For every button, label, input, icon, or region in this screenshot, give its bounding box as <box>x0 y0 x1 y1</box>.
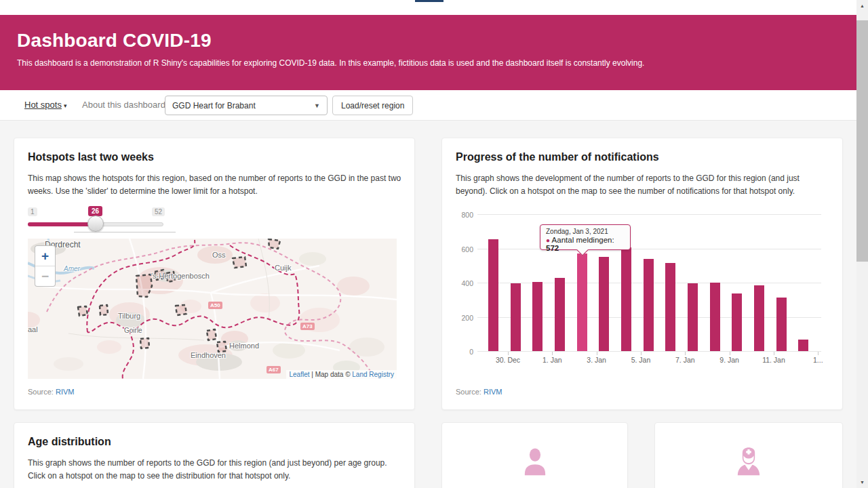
notifications-card-description: This graph shows the development of the … <box>456 172 830 198</box>
bar-8-jan[interactable] <box>688 283 698 351</box>
y-axis-label: 200 <box>456 314 473 322</box>
zoom-in-button[interactable]: + <box>35 246 55 266</box>
slider-value-badge: 26 <box>88 206 102 216</box>
map-zoom-control: + − <box>35 245 56 287</box>
y-axis-label: 800 <box>456 211 473 219</box>
region-select-value: GGD Heart for Brabant <box>172 101 256 110</box>
y-axis-label: 600 <box>456 245 473 253</box>
hotspot-outline[interactable] <box>207 329 216 340</box>
slider-max-label: 52 <box>152 207 165 216</box>
browser-top-strip <box>0 0 856 15</box>
bar-1-jan[interactable] <box>532 282 542 352</box>
load-reset-region-button[interactable]: Load/reset region <box>332 96 413 115</box>
dashboard-header: Dashboard COVID-19 This dashboard is a d… <box>0 15 856 90</box>
map-label-goirle: Goirle <box>124 327 142 334</box>
map-label-amer: Amer <box>64 265 80 272</box>
gridline <box>477 249 821 249</box>
rivm-link[interactable]: RIVM <box>56 388 75 396</box>
notifications-chart: Zondag, Jan 3, 2021 ● Aantal meldingen: … <box>456 206 830 375</box>
slider-handle[interactable] <box>87 216 104 232</box>
browser-tab-indicator <box>415 0 443 2</box>
age-distribution-card: Age distribution This graph shows the nu… <box>14 422 415 488</box>
road-badge-a73: A73 <box>300 323 315 330</box>
scroll-thumb[interactable] <box>856 20 868 262</box>
slider-grid-line <box>74 232 176 232</box>
x-axis-label: 7. Jan <box>665 356 705 364</box>
bar-9-jan[interactable] <box>710 283 720 352</box>
y-axis-label: 0 <box>456 348 473 356</box>
x-axis-label: 1... <box>797 356 838 364</box>
x-axis-label: 30. Dec <box>488 356 528 364</box>
page-subtitle: This dashboard is a demonstration of R S… <box>17 58 644 68</box>
map-label-tilburg: Tilburg <box>118 312 140 320</box>
hotspot-outline[interactable] <box>233 257 246 268</box>
nurse-icon <box>730 445 767 484</box>
rivm-link[interactable]: RIVM <box>484 388 502 396</box>
x-axis-tick <box>641 352 642 355</box>
bar-12-jan[interactable] <box>776 298 787 351</box>
age-card-title: Age distribution <box>28 436 111 448</box>
bar-30-dec[interactable] <box>488 239 498 351</box>
bar-11-jan[interactable] <box>754 285 764 351</box>
map-label-oss: Oss <box>212 251 226 259</box>
scroll-down-arrow[interactable]: ▼ <box>856 476 868 488</box>
hotspot-threshold-slider: 1 52 26 <box>28 206 165 236</box>
map-label-cuijk: Cuijk <box>275 264 291 272</box>
x-axis-tick <box>597 352 597 355</box>
map-label-den-bosch: 's-Hertogenbosch <box>151 272 210 280</box>
hotspots-card-title: Hotspots last two weeks <box>28 151 154 163</box>
x-axis-label: 5. Jan <box>620 356 661 364</box>
bar-4-jan[interactable] <box>599 257 609 351</box>
road-badge-a50: A50 <box>208 302 222 309</box>
x-axis-tick <box>685 352 686 355</box>
region-select[interactable]: GGD Heart for Brabant ▼ <box>165 96 328 115</box>
hotspot-outline[interactable] <box>78 306 87 316</box>
hotspot-outline[interactable] <box>136 274 152 297</box>
hotspots-source: Source: RIVM <box>28 388 74 396</box>
chevron-down-icon: ▾ <box>64 102 67 109</box>
person-stat-card <box>441 422 628 488</box>
navbar: Hot spots▾ About this dashboard GGD Hear… <box>0 90 856 121</box>
bar-3-jan[interactable] <box>577 253 587 351</box>
notifications-card: Progress of the number of notifications … <box>441 138 843 410</box>
hotspot-outline[interactable] <box>176 305 186 315</box>
tab-about-dashboard[interactable]: About this dashboard <box>82 100 165 110</box>
hotspot-outline[interactable] <box>100 305 108 315</box>
hotspot-outline[interactable] <box>217 342 226 352</box>
hotspot-outline[interactable] <box>140 338 149 348</box>
chart-tooltip: Zondag, Jan 3, 2021 ● Aantal meldingen: … <box>540 224 631 250</box>
leaflet-link[interactable]: Leaflet <box>289 371 309 378</box>
page-scrollbar[interactable]: ▲ ▼ <box>856 0 868 488</box>
bar-2-jan[interactable] <box>555 278 565 351</box>
scroll-up-arrow[interactable]: ▲ <box>856 0 868 12</box>
tooltip-label: Aantal meldingen: <box>550 236 614 244</box>
x-axis-tick <box>508 352 509 355</box>
notifications-card-title: Progress of the number of notifications <box>456 151 659 163</box>
x-axis-tick <box>730 352 730 355</box>
x-axis-label: 1. Jan <box>532 356 572 364</box>
notifications-plot: Zondag, Jan 3, 2021 ● Aantal meldingen: … <box>477 215 821 352</box>
nurse-stat-card <box>654 422 843 488</box>
map-attribution: Leaflet | Map data © Land Registry <box>286 370 397 379</box>
bar-6-jan[interactable] <box>644 259 654 351</box>
gridline <box>477 351 821 352</box>
x-axis-tick <box>774 352 774 355</box>
hotspots-card: Hotspots last two weeks This map shows t… <box>14 138 415 410</box>
y-axis-label: 400 <box>456 279 473 287</box>
hotspot-outline[interactable] <box>269 239 280 249</box>
land-registry-link[interactable]: Land Registry <box>352 371 394 378</box>
zoom-out-button[interactable]: − <box>35 266 55 287</box>
x-axis-label: 3. Jan <box>576 356 617 364</box>
notifications-source: Source: RIVM <box>456 388 502 396</box>
bar-13-jan[interactable] <box>798 340 808 351</box>
map-label-helmond: Helmond <box>229 342 259 350</box>
tooltip-date: Zondag, Jan 3, 2021 <box>546 228 625 235</box>
bar-10-jan[interactable] <box>732 293 742 351</box>
bar-31-dec[interactable] <box>511 283 521 351</box>
x-axis-tick <box>818 352 818 355</box>
bar-5-jan[interactable] <box>621 247 631 351</box>
tab-hot-spots[interactable]: Hot spots▾ <box>24 100 66 110</box>
select-caret-icon: ▼ <box>314 102 320 109</box>
bar-7-jan[interactable] <box>665 263 675 351</box>
leaflet-map[interactable]: Dordrecht Amer Oss 's-Hertogenbosch Cuij… <box>28 239 397 379</box>
